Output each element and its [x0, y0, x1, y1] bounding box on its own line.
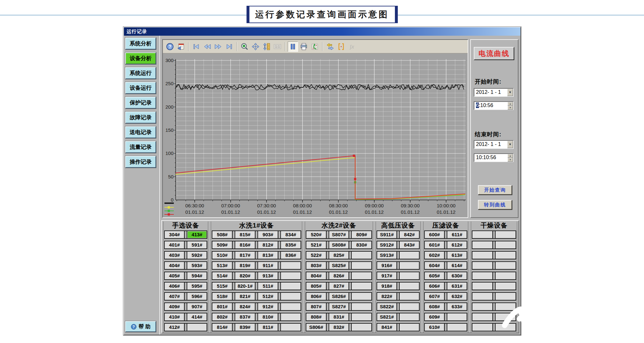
device-cell[interactable]: 839#: [235, 324, 256, 331]
transfer-icon[interactable]: [325, 41, 335, 52]
device-cell-empty[interactable]: [472, 272, 493, 279]
device-cell[interactable]: 820-1#: [235, 283, 256, 290]
sidebar-item-6[interactable]: 故障记录: [125, 112, 156, 123]
device-cell[interactable]: 412#: [164, 324, 185, 331]
start-time-spinner[interactable]: 6:10:56 ▲▼: [474, 101, 514, 110]
print-icon[interactable]: [299, 41, 309, 52]
sidebar-item-5[interactable]: 保护记录: [125, 97, 156, 109]
sidebar-item-2[interactable]: 设备分析: [125, 52, 156, 64]
spin-down-icon[interactable]: ▼: [508, 106, 513, 110]
device-cell-empty[interactable]: [280, 303, 301, 310]
device-cell[interactable]: 604#: [424, 262, 445, 269]
end-time-spinner[interactable]: 10:10:56 ▲▼: [474, 153, 514, 162]
device-cell[interactable]: 824#: [235, 303, 256, 310]
device-cell[interactable]: 612#: [447, 241, 467, 248]
device-cell[interactable]: 401#: [164, 241, 185, 248]
device-cell[interactable]: 913#: [257, 272, 278, 279]
trend-chart[interactable]: 05010015020025030006:30:0001.01.1207:00:…: [163, 53, 468, 217]
device-cell[interactable]: 606#: [424, 283, 445, 290]
device-cell-empty[interactable]: [399, 252, 420, 259]
device-cell[interactable]: 815#: [235, 231, 256, 238]
device-cell-empty[interactable]: [280, 293, 301, 300]
device-cell[interactable]: 509#: [212, 241, 233, 248]
device-cell[interactable]: S821#: [377, 313, 397, 320]
vertical-scale-icon[interactable]: [261, 41, 272, 52]
device-cell-empty[interactable]: [472, 313, 493, 320]
device-cell[interactable]: 834#: [280, 231, 301, 238]
device-cell[interactable]: 608#: [424, 303, 445, 310]
device-cell[interactable]: 802#: [212, 313, 233, 320]
device-cell-empty[interactable]: [472, 262, 493, 269]
device-cell[interactable]: 805#: [306, 283, 327, 290]
device-cell[interactable]: 835#: [280, 241, 301, 248]
device-cell-empty[interactable]: [472, 231, 493, 238]
device-cell[interactable]: 812#: [257, 241, 278, 248]
device-cell[interactable]: 614#: [447, 262, 467, 269]
device-cell[interactable]: 510#: [212, 252, 233, 259]
device-cell[interactable]: 601#: [424, 241, 445, 248]
device-cell[interactable]: 515#: [212, 283, 233, 290]
device-cell[interactable]: S913#: [377, 252, 397, 259]
device-cell[interactable]: 611#: [447, 231, 467, 238]
device-cell[interactable]: S826#: [329, 293, 350, 300]
device-cell-empty[interactable]: [280, 262, 301, 269]
device-cell-empty[interactable]: [399, 313, 420, 320]
device-cell[interactable]: 831#: [329, 313, 350, 320]
device-cell[interactable]: 826#: [329, 272, 350, 279]
device-cell[interactable]: 508#: [212, 231, 233, 238]
device-cell[interactable]: 827#: [329, 283, 350, 290]
device-cell-empty[interactable]: [351, 293, 372, 300]
device-cell[interactable]: 414#: [187, 313, 207, 320]
device-cell[interactable]: 907#: [187, 303, 207, 310]
device-cell[interactable]: 842#: [399, 231, 420, 238]
start-date-select[interactable]: 2012- 1 - 1 ▼: [474, 88, 514, 97]
device-cell-empty[interactable]: [495, 262, 516, 269]
device-cell[interactable]: 593#: [187, 262, 207, 269]
device-cell[interactable]: 814#: [212, 324, 233, 331]
device-cell-empty[interactable]: [399, 272, 420, 279]
brackets-icon[interactable]: [336, 41, 346, 52]
device-cell[interactable]: 600#: [424, 231, 445, 238]
device-cell[interactable]: 514#: [212, 272, 233, 279]
device-cell[interactable]: 825#: [329, 252, 350, 259]
device-cell[interactable]: 605#: [424, 272, 445, 279]
device-cell-empty[interactable]: [280, 283, 301, 290]
device-cell[interactable]: S807#: [329, 231, 350, 238]
device-cell-empty[interactable]: [351, 252, 372, 259]
device-cell[interactable]: 822#: [377, 293, 397, 300]
device-cell[interactable]: 591#: [187, 241, 207, 248]
pan-icon[interactable]: [250, 41, 261, 52]
device-cell[interactable]: 513#: [212, 262, 233, 269]
device-cell[interactable]: 820#: [235, 272, 256, 279]
device-cell-empty[interactable]: [399, 262, 420, 269]
device-cell[interactable]: 521#: [306, 241, 327, 248]
zoom-icon[interactable]: [239, 41, 250, 52]
device-cell[interactable]: 811#: [257, 324, 278, 331]
device-cell[interactable]: 609#: [424, 313, 445, 320]
device-cell[interactable]: 512#: [257, 293, 278, 300]
device-cell[interactable]: 410#: [164, 313, 185, 320]
device-cell[interactable]: 836#: [280, 252, 301, 259]
device-cell[interactable]: 518#: [212, 293, 233, 300]
device-cell[interactable]: 819#: [235, 262, 256, 269]
sidebar-item-4[interactable]: 设备运行: [125, 82, 156, 94]
device-cell[interactable]: 801#: [212, 303, 233, 310]
device-cell[interactable]: 407#: [164, 293, 185, 300]
go-first-icon[interactable]: [191, 41, 201, 52]
device-cell-empty[interactable]: [495, 252, 516, 259]
device-cell-empty[interactable]: [351, 262, 372, 269]
report-nav-icon[interactable]: [176, 41, 186, 52]
device-cell-empty[interactable]: [351, 303, 372, 310]
device-cell[interactable]: 817#: [235, 252, 256, 259]
device-cell-empty[interactable]: [399, 293, 420, 300]
device-cell[interactable]: S827#: [329, 303, 350, 310]
device-cell[interactable]: S806#: [306, 324, 327, 331]
sidebar-item-7[interactable]: 送电记录: [125, 126, 156, 138]
device-cell[interactable]: 916#: [377, 262, 397, 269]
device-cell[interactable]: 810#: [257, 313, 278, 320]
device-cell-empty[interactable]: [399, 283, 420, 290]
sidebar-item-9[interactable]: 操作记录: [125, 156, 156, 168]
device-cell[interactable]: 837#: [235, 313, 256, 320]
device-cell-empty[interactable]: [351, 283, 372, 290]
device-cell[interactable]: 304#: [164, 231, 185, 238]
